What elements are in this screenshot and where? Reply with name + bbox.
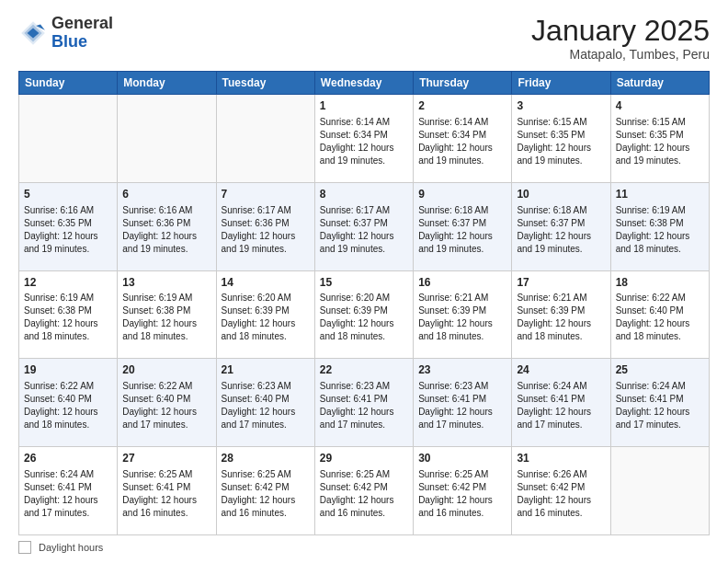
cell-info: Sunrise: 6:25 AMSunset: 6:42 PMDaylight:… [418, 469, 493, 518]
cell-info: Sunrise: 6:14 AMSunset: 6:34 PMDaylight:… [320, 117, 394, 166]
calendar-cell [19, 95, 118, 183]
days-header-row: SundayMondayTuesdayWednesdayThursdayFrid… [19, 72, 710, 95]
logo-general: General [51, 14, 113, 32]
calendar-cell: 16Sunrise: 6:21 AMSunset: 6:39 PMDayligh… [414, 270, 512, 359]
day-number: 7 [222, 187, 310, 202]
calendar-cell: 31Sunrise: 6:26 AMSunset: 6:42 PMDayligh… [512, 447, 610, 535]
week-row: 12Sunrise: 6:19 AMSunset: 6:38 PMDayligh… [19, 270, 710, 359]
calendar-cell [216, 95, 314, 183]
calendar-cell: 21Sunrise: 6:23 AMSunset: 6:40 PMDayligh… [216, 359, 314, 447]
title-block: January 2025 Matapalo, Tumbes, Peru [531, 15, 710, 62]
day-number: 2 [418, 98, 506, 114]
calendar-cell: 12Sunrise: 6:19 AMSunset: 6:38 PMDayligh… [19, 270, 118, 359]
day-number: 21 [222, 362, 310, 378]
day-number: 17 [517, 275, 605, 291]
day-number: 12 [24, 275, 112, 291]
calendar-cell: 2Sunrise: 6:14 AMSunset: 6:34 PMDaylight… [414, 95, 512, 183]
calendar: SundayMondayTuesdayWednesdayThursdayFrid… [18, 71, 710, 535]
day-header-wednesday: Wednesday [314, 72, 413, 95]
cell-info: Sunrise: 6:21 AMSunset: 6:39 PMDaylight:… [517, 293, 591, 341]
calendar-cell: 27Sunrise: 6:25 AMSunset: 6:41 PMDayligh… [118, 447, 216, 535]
week-row: 1Sunrise: 6:14 AMSunset: 6:34 PMDaylight… [19, 95, 710, 183]
cell-info: Sunrise: 6:22 AMSunset: 6:40 PMDaylight:… [616, 293, 690, 341]
calendar-cell: 24Sunrise: 6:24 AMSunset: 6:41 PMDayligh… [512, 359, 610, 447]
cell-info: Sunrise: 6:23 AMSunset: 6:40 PMDaylight:… [222, 381, 296, 430]
day-number: 30 [418, 451, 506, 466]
month-title: January 2025 [531, 15, 710, 47]
calendar-cell: 11Sunrise: 6:19 AMSunset: 6:38 PMDayligh… [610, 182, 709, 270]
day-number: 23 [418, 362, 506, 378]
calendar-cell: 19Sunrise: 6:22 AMSunset: 6:40 PMDayligh… [19, 359, 118, 447]
cell-info: Sunrise: 6:23 AMSunset: 6:41 PMDaylight:… [320, 381, 394, 430]
day-number: 6 [122, 187, 210, 202]
cell-info: Sunrise: 6:15 AMSunset: 6:35 PMDaylight:… [517, 117, 591, 166]
calendar-cell: 5Sunrise: 6:16 AMSunset: 6:35 PMDaylight… [19, 182, 118, 270]
week-row: 5Sunrise: 6:16 AMSunset: 6:35 PMDaylight… [19, 182, 710, 270]
cell-info: Sunrise: 6:17 AMSunset: 6:36 PMDaylight:… [222, 205, 296, 254]
cell-info: Sunrise: 6:14 AMSunset: 6:34 PMDaylight:… [418, 117, 493, 166]
cell-info: Sunrise: 6:19 AMSunset: 6:38 PMDaylight:… [24, 293, 98, 341]
day-header-thursday: Thursday [414, 72, 512, 95]
calendar-cell: 29Sunrise: 6:25 AMSunset: 6:42 PMDayligh… [314, 447, 413, 535]
cell-info: Sunrise: 6:17 AMSunset: 6:37 PMDaylight:… [320, 205, 394, 254]
cell-info: Sunrise: 6:20 AMSunset: 6:39 PMDaylight:… [222, 293, 296, 341]
calendar-cell: 4Sunrise: 6:15 AMSunset: 6:35 PMDaylight… [610, 95, 709, 183]
day-number: 20 [122, 362, 210, 378]
day-number: 8 [320, 187, 408, 202]
cell-info: Sunrise: 6:26 AMSunset: 6:42 PMDaylight:… [517, 469, 591, 518]
daylight-label: Daylight hours [39, 542, 103, 553]
cell-info: Sunrise: 6:24 AMSunset: 6:41 PMDaylight:… [616, 381, 690, 430]
day-number: 24 [517, 362, 605, 378]
cell-info: Sunrise: 6:25 AMSunset: 6:42 PMDaylight:… [320, 469, 394, 518]
cell-info: Sunrise: 6:15 AMSunset: 6:35 PMDaylight:… [616, 117, 690, 166]
logo-text: General Blue [51, 15, 113, 52]
daylight-box [18, 541, 31, 554]
week-row: 26Sunrise: 6:24 AMSunset: 6:41 PMDayligh… [19, 447, 710, 535]
logo-blue: Blue [51, 32, 87, 51]
day-number: 3 [517, 98, 605, 114]
day-number: 26 [24, 451, 112, 466]
cell-info: Sunrise: 6:22 AMSunset: 6:40 PMDaylight:… [24, 381, 98, 430]
cell-info: Sunrise: 6:18 AMSunset: 6:37 PMDaylight:… [418, 205, 493, 254]
calendar-cell: 7Sunrise: 6:17 AMSunset: 6:36 PMDaylight… [216, 182, 314, 270]
week-row: 19Sunrise: 6:22 AMSunset: 6:40 PMDayligh… [19, 359, 710, 447]
calendar-cell: 13Sunrise: 6:19 AMSunset: 6:38 PMDayligh… [118, 270, 216, 359]
cell-info: Sunrise: 6:19 AMSunset: 6:38 PMDaylight:… [616, 205, 690, 254]
day-number: 15 [320, 275, 408, 291]
day-header-friday: Friday [512, 72, 610, 95]
day-header-saturday: Saturday [610, 72, 709, 95]
calendar-cell [610, 447, 709, 535]
day-number: 25 [616, 362, 704, 378]
calendar-cell: 14Sunrise: 6:20 AMSunset: 6:39 PMDayligh… [216, 270, 314, 359]
cell-info: Sunrise: 6:24 AMSunset: 6:41 PMDaylight:… [517, 381, 591, 430]
subtitle: Matapalo, Tumbes, Peru [531, 47, 710, 62]
calendar-cell [118, 95, 216, 183]
logo-icon [18, 18, 48, 48]
day-number: 28 [222, 451, 310, 466]
day-number: 18 [616, 275, 704, 291]
cell-info: Sunrise: 6:24 AMSunset: 6:41 PMDaylight:… [24, 469, 98, 518]
day-number: 29 [320, 451, 408, 466]
day-number: 1 [320, 98, 408, 114]
cell-info: Sunrise: 6:19 AMSunset: 6:38 PMDaylight:… [122, 293, 197, 341]
cell-info: Sunrise: 6:25 AMSunset: 6:42 PMDaylight:… [222, 469, 296, 518]
day-header-monday: Monday [118, 72, 216, 95]
calendar-cell: 1Sunrise: 6:14 AMSunset: 6:34 PMDaylight… [314, 95, 413, 183]
calendar-cell: 20Sunrise: 6:22 AMSunset: 6:40 PMDayligh… [118, 359, 216, 447]
calendar-cell: 23Sunrise: 6:23 AMSunset: 6:41 PMDayligh… [414, 359, 512, 447]
cell-info: Sunrise: 6:16 AMSunset: 6:36 PMDaylight:… [122, 205, 197, 254]
calendar-cell: 26Sunrise: 6:24 AMSunset: 6:41 PMDayligh… [19, 447, 118, 535]
cell-info: Sunrise: 6:16 AMSunset: 6:35 PMDaylight:… [24, 205, 98, 254]
day-number: 11 [616, 187, 704, 202]
cell-info: Sunrise: 6:25 AMSunset: 6:41 PMDaylight:… [122, 469, 197, 518]
header: General Blue January 2025 Matapalo, Tumb… [18, 15, 710, 62]
calendar-cell: 30Sunrise: 6:25 AMSunset: 6:42 PMDayligh… [414, 447, 512, 535]
calendar-cell: 28Sunrise: 6:25 AMSunset: 6:42 PMDayligh… [216, 447, 314, 535]
day-number: 31 [517, 451, 605, 466]
day-number: 16 [418, 275, 506, 291]
calendar-cell: 18Sunrise: 6:22 AMSunset: 6:40 PMDayligh… [610, 270, 709, 359]
day-number: 5 [24, 187, 112, 202]
page: General Blue January 2025 Matapalo, Tumb… [0, 0, 728, 563]
day-number: 27 [122, 451, 210, 466]
calendar-cell: 22Sunrise: 6:23 AMSunset: 6:41 PMDayligh… [314, 359, 413, 447]
